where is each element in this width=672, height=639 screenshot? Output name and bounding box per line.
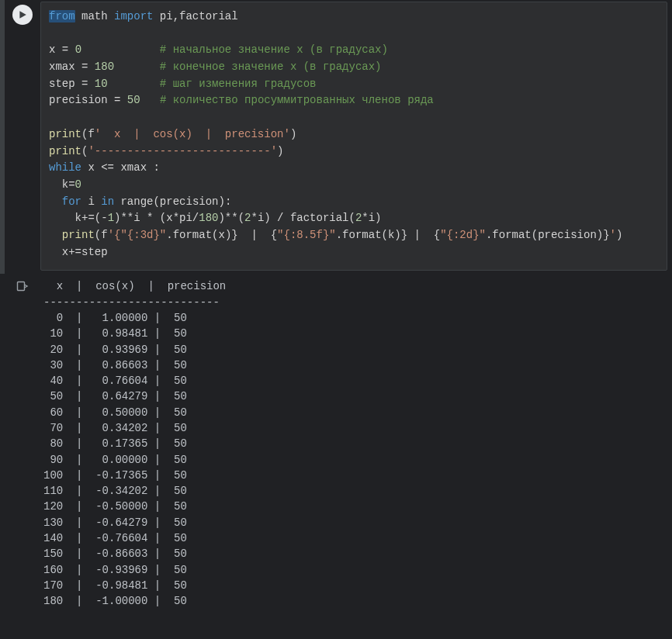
code-row: from math import pi,factorial x = 0 # на…	[0, 0, 672, 274]
svg-rect-1	[18, 282, 25, 291]
notebook-cell: from math import pi,factorial x = 0 # на…	[0, 0, 672, 617]
gutter	[5, 0, 40, 25]
kw-import: import	[114, 10, 153, 22]
output-area: x | cos(x) | precision -----------------…	[40, 278, 672, 609]
output-icon[interactable]	[16, 280, 29, 295]
output-divider: ---------------------------	[43, 296, 220, 309]
output-rows: 0 | 1.00000 | 50 10 | 0.98481 | 50 20 | …	[43, 312, 187, 607]
code-editor[interactable]: from math import pi,factorial x = 0 # на…	[40, 2, 667, 271]
output-gutter	[5, 278, 40, 295]
kw-from: from	[49, 10, 75, 22]
output-header: x | cos(x) | precision	[43, 280, 226, 292]
svg-marker-0	[19, 11, 26, 19]
run-button[interactable]	[12, 5, 33, 25]
play-icon	[18, 10, 27, 19]
output-row: x | cos(x) | precision -----------------…	[0, 274, 672, 617]
